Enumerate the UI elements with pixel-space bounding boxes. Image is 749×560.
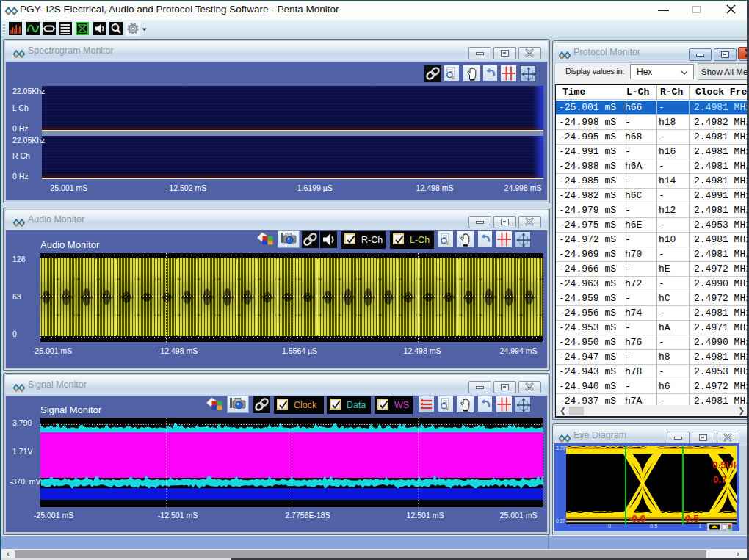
svg-text:0: 0 [608, 523, 611, 529]
svg-text:3.79V: 3.79V [556, 446, 569, 451]
svg-text:0.5UI: 0.5UI [712, 459, 736, 470]
svg-text:1: 1 [698, 523, 701, 529]
svg-text:0.5: 0.5 [650, 523, 657, 529]
svg-text:0.5: 0.5 [685, 513, 699, 524]
svg-text:-0.0: -0.0 [629, 513, 645, 524]
svg-text:0.7: 0.7 [713, 474, 727, 485]
svg-text:0.37: 0.37 [556, 518, 565, 523]
